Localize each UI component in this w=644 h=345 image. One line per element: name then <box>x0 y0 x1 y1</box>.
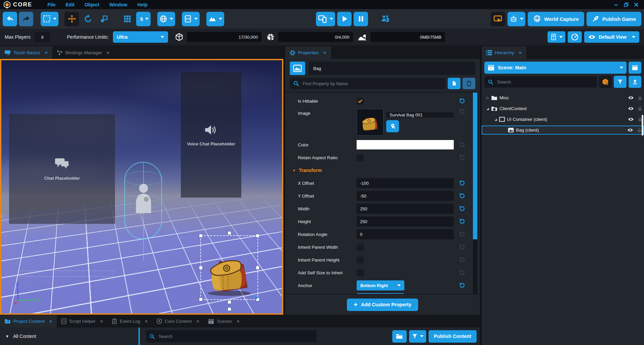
reset-button[interactable] <box>454 154 465 161</box>
lock-icon[interactable] <box>638 95 642 100</box>
tab-core-content-close[interactable]: ✕ <box>196 319 199 324</box>
tab-scenes-close[interactable]: ✕ <box>236 319 240 324</box>
group-objects-button[interactable] <box>599 76 612 88</box>
content-search-input[interactable] <box>158 334 313 339</box>
image-thumbnail[interactable] <box>357 109 384 136</box>
hierarchy-tab-close[interactable]: ✕ <box>519 50 522 55</box>
menu-help[interactable]: Help <box>132 2 153 7</box>
move-tool-button[interactable] <box>65 12 79 26</box>
handle-bottom-left[interactable] <box>199 298 202 301</box>
close-icon[interactable] <box>634 2 639 7</box>
inherit-parent-width-checkbox[interactable] <box>357 244 364 251</box>
handle-top-center[interactable] <box>228 232 231 235</box>
all-content-selector[interactable]: ▼ All Content <box>0 327 138 345</box>
reset-button[interactable] <box>454 109 465 115</box>
reset-button[interactable] <box>454 244 465 250</box>
rotation-angle-field[interactable]: 0 <box>357 229 454 239</box>
lock-icon[interactable] <box>638 106 642 111</box>
reset-button[interactable] <box>454 142 465 148</box>
hierarchy-search-field[interactable] <box>484 76 597 88</box>
collapse-icon[interactable]: ◢ <box>484 107 491 110</box>
reset-button[interactable] <box>454 282 465 288</box>
visibility-eye-icon[interactable] <box>627 128 633 132</box>
tab-script-helper-close[interactable]: ✕ <box>100 319 103 324</box>
properties-scrollbar[interactable] <box>473 93 477 294</box>
hierarchy-filter-button[interactable] <box>614 76 627 88</box>
height-field[interactable]: 250 <box>357 216 454 227</box>
minimize-button[interactable] <box>614 2 618 7</box>
tree-item-misc[interactable]: ▷Misc <box>482 93 644 102</box>
menu-object[interactable]: Object <box>80 2 105 7</box>
max-players-field[interactable]: 8 <box>35 32 50 42</box>
pause-button[interactable] <box>354 12 368 26</box>
tab-bindings-manager[interactable]: Bindings Manager✕ <box>52 46 114 59</box>
handle-top-right[interactable] <box>256 234 259 237</box>
properties-tab-close[interactable]: ✕ <box>323 50 327 55</box>
handle-anchor[interactable] <box>228 308 231 311</box>
expand-icon[interactable]: ▷ <box>484 96 491 100</box>
reset-button[interactable] <box>454 193 465 199</box>
collapse-icon[interactable]: ◢ <box>492 118 499 121</box>
scale-tool-button[interactable] <box>97 12 111 26</box>
reset-button[interactable] <box>454 270 465 276</box>
tab-scenes[interactable]: Scenes✕ <box>204 315 244 327</box>
property-search-input[interactable] <box>302 81 442 87</box>
find-asset-button[interactable] <box>386 120 399 132</box>
menu-file[interactable]: File <box>42 2 61 7</box>
undo-button[interactable] <box>3 12 17 26</box>
add-self-size-to-inheri-checkbox[interactable] <box>357 269 364 276</box>
copy-properties-button[interactable] <box>448 78 460 89</box>
rotate-tool-button[interactable] <box>81 12 95 26</box>
handle-bottom-center[interactable] <box>228 301 231 304</box>
lock-icon[interactable] <box>637 128 641 133</box>
bag-image[interactable] <box>204 245 255 298</box>
default-view-dropdown[interactable]: Default View <box>584 31 639 43</box>
script-dropdown[interactable] <box>182 12 200 26</box>
scene-selector-dropdown[interactable]: Scene: Main <box>484 62 627 74</box>
screen-select-toggle[interactable] <box>491 12 505 26</box>
tab-properties[interactable]: Properties ✕ <box>285 46 331 59</box>
x-offset-field[interactable]: -100 <box>357 178 454 188</box>
properties-scrollbar-thumb[interactable] <box>473 93 477 239</box>
tree-item-clientcontext[interactable]: ◢ClientContext <box>482 104 644 113</box>
panel-divider[interactable] <box>138 327 140 345</box>
core-logo[interactable]: CORE <box>3 1 32 8</box>
selection-mode-dropdown[interactable] <box>41 12 58 26</box>
inherit-parent-height-checkbox[interactable] <box>357 256 364 264</box>
tab-touch-basics[interactable]: Touch Basics✕ <box>0 46 52 59</box>
world-capture-button[interactable]: World Capture <box>528 12 584 26</box>
tab-event-log[interactable]: Event Log✕ <box>108 315 152 327</box>
tab-script-helper[interactable]: Script Helper✕ <box>57 315 108 327</box>
reset-button[interactable] <box>454 206 465 212</box>
terrain-dropdown[interactable] <box>206 12 224 26</box>
redo-button[interactable] <box>19 12 33 26</box>
tab-bindings-manager-close[interactable]: ✕ <box>106 50 110 55</box>
retain-aspect-ratio-checkbox[interactable] <box>357 154 364 161</box>
visibility-eye-icon[interactable] <box>628 107 634 110</box>
object-name-input[interactable] <box>313 66 471 71</box>
content-search-field[interactable] <box>146 330 317 342</box>
publish-content-button[interactable]: Publish Content <box>429 330 477 343</box>
reset-button[interactable] <box>454 218 465 225</box>
object-name-field[interactable] <box>309 62 475 75</box>
tree-item-ui-container-client[interactable]: ◢UI Container (client) <box>482 115 644 124</box>
scene-viewport[interactable]: Chat Placeholder Voice Chat Placeholder <box>0 59 283 315</box>
tree-item-bag-client[interactable]: Bag (client) <box>482 126 644 135</box>
menu-window[interactable]: Window <box>104 2 132 7</box>
section-transform[interactable]: ▼Transform <box>292 165 465 175</box>
grid-snap-size-dropdown[interactable]: 5 <box>136 12 151 26</box>
visibility-eye-icon[interactable] <box>628 96 634 100</box>
hierarchy-scrollbar[interactable] <box>642 115 643 136</box>
tab-event-log-close[interactable]: ✕ <box>145 319 148 324</box>
tab-core-content[interactable]: Core Content✕ <box>152 315 204 327</box>
preview-device-dropdown[interactable] <box>316 12 335 26</box>
reset-button[interactable] <box>454 180 465 186</box>
visibility-eye-icon[interactable] <box>628 117 634 121</box>
reset-button[interactable] <box>454 98 465 104</box>
paste-properties-button[interactable] <box>462 78 475 89</box>
reset-button[interactable] <box>454 257 465 263</box>
image-asset-field[interactable]: Survival Bag 001 <box>386 112 454 117</box>
capture-camera-dropdown[interactable] <box>508 12 525 26</box>
reset-button[interactable] <box>454 231 465 237</box>
play-button[interactable] <box>337 12 352 26</box>
